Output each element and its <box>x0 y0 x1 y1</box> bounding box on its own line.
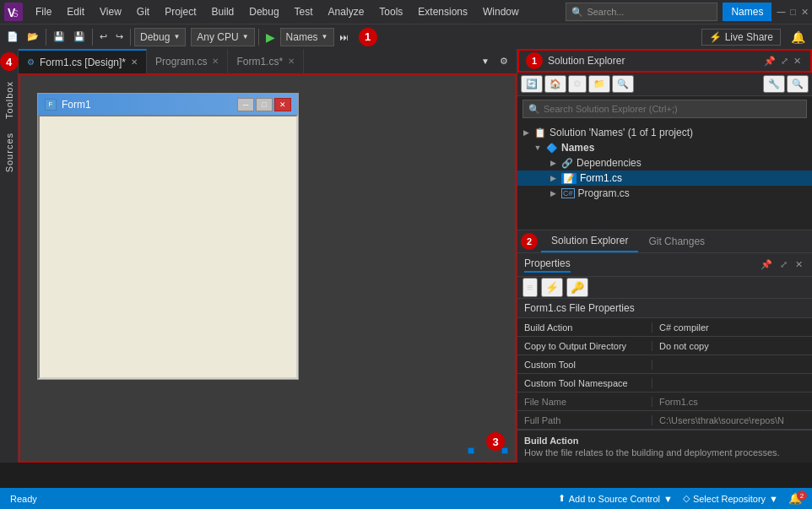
menu-git[interactable]: Git <box>130 0 156 24</box>
props-cat-btn[interactable]: ≡ <box>522 278 538 297</box>
solution-explorer-title: Solution Explorer <box>548 55 761 67</box>
menu-view[interactable]: View <box>93 0 128 24</box>
title-search-box[interactable]: 🔍 Search... <box>566 3 717 21</box>
menu-window[interactable]: Window <box>476 0 526 24</box>
tree-label-solution: Solution 'Names' (1 of 1 project) <box>549 127 693 138</box>
handle-bottom[interactable] <box>468 447 474 454</box>
menu-file[interactable]: File <box>29 0 58 24</box>
tree-expand-deps[interactable]: ▶ <box>548 159 558 167</box>
se-maximize-btn[interactable]: ⤢ <box>778 54 791 68</box>
menu-analyze[interactable]: Analyze <box>322 0 371 24</box>
tab-close-program[interactable]: ✕ <box>212 57 219 66</box>
feedback-btn[interactable]: 🔔 <box>788 29 809 46</box>
tree-expand-program[interactable]: ▶ <box>548 189 558 198</box>
tree-expand-solution[interactable]: ▶ <box>521 128 531 137</box>
status-select-repo[interactable]: ◇ Select Repository ▼ <box>679 493 782 504</box>
tree-item-programcs[interactable]: ▶ C# Program.cs <box>517 186 812 201</box>
se-sync-btn[interactable]: 🔄 <box>521 75 543 93</box>
prop-row-build-action: Build Action C# compiler <box>517 318 812 337</box>
design-canvas[interactable]: F Form1 ─ □ ✕ 3 <box>19 74 517 463</box>
handle-corner[interactable] <box>501 447 508 454</box>
platform-dropdown[interactable]: Any CPU ▼ <box>191 28 254 46</box>
prop-value-build-action: C# compiler <box>652 322 812 333</box>
se-search-btn[interactable]: 🔍 <box>787 75 809 93</box>
props-close-btn[interactable]: ✕ <box>793 257 805 272</box>
status-notifications[interactable]: 🔔 2 <box>785 492 805 505</box>
props-maximize-btn[interactable]: ⤢ <box>777 257 790 272</box>
tree-item-form1cs[interactable]: ▶ 📝 Form1.cs <box>517 171 812 186</box>
editor-area: ⚙ Form1.cs [Design]* ✕ Program.cs ✕ Form… <box>19 49 517 463</box>
tab-dropdown-btn[interactable]: ▼ <box>478 55 493 68</box>
props-events-btn[interactable]: 🔑 <box>566 278 588 297</box>
save-btn[interactable]: 💾 <box>50 30 68 44</box>
liveshare-label: Live Share <box>725 31 773 43</box>
tree-expand-form1[interactable]: ▶ <box>548 174 558 182</box>
form-minimize-btn[interactable]: ─ <box>237 98 254 111</box>
props-pin-btn[interactable]: 📌 <box>758 257 775 272</box>
tab-bar: ⚙ Form1.cs [Design]* ✕ Program.cs ✕ Form… <box>19 49 517 74</box>
prop-desc-text: How the file relates to the building and… <box>524 447 805 458</box>
prop-description: Build Action How the file relates to the… <box>517 430 812 463</box>
props-title: Properties <box>524 257 571 273</box>
notification-badge: 2 <box>797 490 807 501</box>
save-all-btn[interactable]: 💾 <box>70 30 89 44</box>
prop-name-custom-tool: Custom Tool <box>517 360 652 370</box>
menu-debug[interactable]: Debug <box>242 0 285 24</box>
se-home-btn[interactable]: 🏠 <box>544 75 566 93</box>
menu-tools[interactable]: Tools <box>372 0 409 24</box>
right-panel: 1 Solution Explorer 📌 ⤢ ✕ 🔄 🏠 ⚙ 📁 🔍 🔧 🔍 … <box>517 49 812 463</box>
run-btn[interactable]: ▶ <box>263 29 279 46</box>
sources-label[interactable]: Sources <box>4 126 14 179</box>
tab-close-form1[interactable]: ✕ <box>131 57 138 67</box>
names-button[interactable]: Names <box>723 3 771 21</box>
source-arrow: ▼ <box>663 494 673 504</box>
tree-item-solution[interactable]: ▶ 📋 Solution 'Names' (1 of 1 project) <box>517 125 812 140</box>
window-restore[interactable]: □ <box>790 7 796 17</box>
tree-icon-program: C# <box>561 188 575 198</box>
se-props-btn[interactable]: ⚙ <box>568 75 587 93</box>
tree-item-names[interactable]: ▼ 🔷 Names <box>517 140 812 155</box>
tree-icon-solution: 📋 <box>534 127 546 138</box>
toolbar-row1: 📄 📂 💾 💾 ↩ ↪ Debug ▼ Any CPU ▼ ▶ Names ▼ … <box>0 24 812 49</box>
menu-project[interactable]: Project <box>158 0 203 24</box>
tree-item-dependencies[interactable]: ▶ 🔗 Dependencies <box>517 155 812 171</box>
tab-gear-btn[interactable]: ⚙ <box>496 54 512 68</box>
se-show-files-btn[interactable]: 📁 <box>588 75 610 93</box>
tab-form1-cs[interactable]: Form1.cs* ✕ <box>228 49 304 73</box>
status-add-source[interactable]: ⬆ Add to Source Control ▼ <box>555 493 676 504</box>
se-search[interactable]: 🔍 <box>522 100 807 118</box>
tree-expand-names[interactable]: ▼ <box>533 143 543 152</box>
se-settings-btn[interactable]: 🔧 <box>763 75 785 93</box>
menu-edit[interactable]: Edit <box>60 0 91 24</box>
undo-btn[interactable]: ↩ <box>96 30 111 44</box>
menu-build[interactable]: Build <box>205 0 241 24</box>
form-close-btn[interactable]: ✕ <box>274 98 291 111</box>
debug-config-dropdown[interactable]: Debug ▼ <box>134 28 186 46</box>
tab-program[interactable]: Program.cs ✕ <box>147 49 228 73</box>
new-project-btn[interactable]: 📄 <box>3 30 22 44</box>
bottom-tab-se[interactable]: Solution Explorer <box>541 230 638 252</box>
step-over-btn[interactable]: ⏭ <box>336 30 352 44</box>
form-restore-btn[interactable]: □ <box>256 98 273 111</box>
redo-btn[interactable]: ↪ <box>112 30 127 44</box>
props-file-title: Form1.cs File Properties <box>517 299 812 318</box>
se-search-input[interactable] <box>544 104 801 114</box>
window-close[interactable]: ✕ <box>801 7 809 18</box>
menu-extensions[interactable]: Extensions <box>411 0 474 24</box>
menu-test[interactable]: Test <box>288 0 320 24</box>
tab-icon-form1: ⚙ <box>27 57 35 67</box>
run-project-dropdown[interactable]: Names ▼ <box>280 28 334 46</box>
bottom-tab-git[interactable]: Git Changes <box>638 230 715 252</box>
props-alpha-btn[interactable]: ⚡ <box>541 278 563 297</box>
tab-form1-design[interactable]: ⚙ Form1.cs [Design]* ✕ <box>19 49 147 73</box>
toolbox-label[interactable]: Toolbox <box>4 74 14 126</box>
prop-desc-label: Build Action <box>524 436 805 446</box>
window-minimize[interactable]: ─ <box>777 5 785 19</box>
se-filter-btn[interactable]: 🔍 <box>612 75 634 93</box>
form-body[interactable] <box>38 115 298 379</box>
open-file-btn[interactable]: 📂 <box>24 30 42 44</box>
se-pin-btn[interactable]: 📌 <box>761 54 778 68</box>
se-close-btn[interactable]: ✕ <box>791 54 804 68</box>
liveshare-button[interactable]: ⚡ Live Share <box>701 29 781 46</box>
tab-close-form1cs[interactable]: ✕ <box>288 57 295 66</box>
